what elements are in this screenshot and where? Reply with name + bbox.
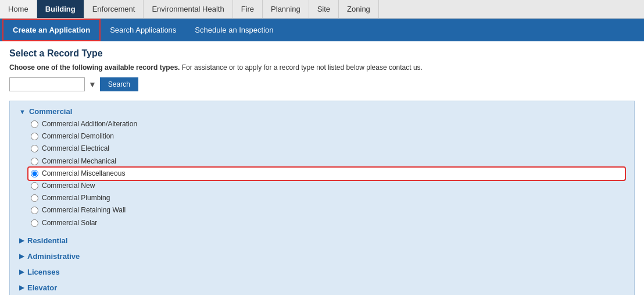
record-item-comm-mechanical[interactable]: Commercial Mechanical	[28, 155, 625, 168]
radio-comm-demolition[interactable]	[31, 133, 38, 140]
category-label-administrative: Administrative	[27, 252, 80, 261]
record-item-comm-demolition[interactable]: Commercial Demolition	[28, 130, 625, 143]
top-nav-item-site[interactable]: Site	[309, 0, 339, 18]
category-group-administrative: ▶ Administrative	[19, 252, 625, 261]
record-item-comm-electrical[interactable]: Commercial Electrical	[28, 143, 625, 155]
category-group-licenses: ▶ Licenses	[19, 268, 625, 276]
category-arrow-administrative: ▶	[19, 253, 24, 260]
label-comm-retaining-wall: Commercial Retaining Wall	[42, 205, 126, 216]
radio-comm-plumbing[interactable]	[31, 194, 38, 202]
category-label-elevator: Elevator	[27, 283, 57, 292]
category-arrow-elevator: ▶	[19, 284, 24, 292]
record-item-comm-solar[interactable]: Commercial Solar	[28, 217, 625, 229]
top-nav-item-planning[interactable]: Planning	[263, 0, 309, 18]
category-label-residential: Residential	[27, 236, 67, 245]
filter-icon: ▼	[88, 80, 96, 89]
radio-comm-electrical[interactable]	[31, 145, 38, 152]
category-header-licenses[interactable]: ▶ Licenses	[19, 268, 625, 276]
radio-comm-retaining-wall[interactable]	[31, 207, 38, 214]
record-item-comm-retaining-wall[interactable]: Commercial Retaining Wall	[28, 204, 625, 216]
top-nav-item-environmental-health[interactable]: Environmental Health	[144, 0, 232, 18]
search-button[interactable]: Search	[100, 77, 138, 91]
label-comm-solar: Commercial Solar	[42, 218, 97, 229]
category-arrow-licenses: ▶	[19, 268, 24, 276]
sub-nav-item-create-application[interactable]: Create an Application	[2, 19, 101, 41]
label-comm-new: Commercial New	[42, 180, 95, 191]
record-item-comm-addition[interactable]: Commercial Addition/Alteration	[28, 118, 625, 130]
label-comm-plumbing: Commercial Plumbing	[42, 193, 110, 204]
page-title: Select a Record Type	[9, 48, 635, 59]
category-header-residential[interactable]: ▶ Residential	[19, 236, 625, 245]
record-item-comm-new[interactable]: Commercial New	[28, 180, 625, 192]
category-group-commercial: ▼ CommercialCommercial Addition/Alterati…	[19, 107, 625, 229]
top-nav-item-zoning[interactable]: Zoning	[339, 0, 379, 18]
category-group-elevator: ▶ Elevator	[19, 283, 625, 292]
category-arrow-commercial: ▼	[19, 108, 26, 115]
radio-comm-new[interactable]	[31, 182, 38, 190]
instruction-bold: Choose one of the following available re…	[9, 63, 180, 72]
radio-comm-solar[interactable]	[31, 219, 38, 227]
sub-nav-item-search-applications[interactable]: Search Applications	[101, 19, 185, 41]
top-nav-item-home[interactable]: Home	[0, 0, 37, 18]
radio-comm-miscellaneous[interactable]	[31, 170, 38, 177]
sub-nav: Create an ApplicationSearch Applications…	[0, 19, 644, 41]
category-header-elevator[interactable]: ▶ Elevator	[19, 283, 625, 292]
category-header-administrative[interactable]: ▶ Administrative	[19, 252, 625, 261]
record-item-comm-plumbing[interactable]: Commercial Plumbing	[28, 192, 625, 204]
instruction-text: Choose one of the following available re…	[9, 63, 635, 72]
record-item-comm-miscellaneous[interactable]: Commercial Miscellaneous	[28, 168, 625, 180]
category-header-commercial[interactable]: ▼ Commercial	[19, 107, 625, 116]
category-arrow-residential: ▶	[19, 237, 24, 244]
label-comm-electrical: Commercial Electrical	[42, 143, 109, 154]
record-list-area: ▼ CommercialCommercial Addition/Alterati…	[9, 101, 635, 295]
label-comm-addition: Commercial Addition/Alteration	[42, 119, 137, 130]
top-nav: HomeBuildingEnforcementEnvironmental Hea…	[0, 0, 644, 19]
radio-comm-addition[interactable]	[31, 120, 38, 128]
search-bar: ▼ Search	[9, 77, 635, 91]
label-comm-mechanical: Commercial Mechanical	[42, 156, 116, 167]
label-comm-miscellaneous: Commercial Miscellaneous	[42, 168, 125, 179]
label-comm-demolition: Commercial Demolition	[42, 131, 114, 142]
top-nav-item-building[interactable]: Building	[37, 0, 84, 18]
category-label-licenses: Licenses	[27, 268, 60, 276]
top-nav-item-enforcement[interactable]: Enforcement	[84, 0, 144, 18]
category-label-commercial: Commercial	[29, 107, 72, 116]
instruction-rest: For assistance or to apply for a record …	[182, 63, 423, 72]
search-input[interactable]	[9, 77, 85, 91]
category-items-commercial: Commercial Addition/AlterationCommercial…	[19, 118, 625, 229]
radio-comm-mechanical[interactable]	[31, 158, 38, 165]
main-content: Select a Record Type Choose one of the f…	[0, 41, 644, 295]
top-nav-item-fire[interactable]: Fire	[233, 0, 263, 18]
sub-nav-item-schedule-inspection[interactable]: Schedule an Inspection	[185, 19, 282, 41]
category-group-residential: ▶ Residential	[19, 236, 625, 245]
